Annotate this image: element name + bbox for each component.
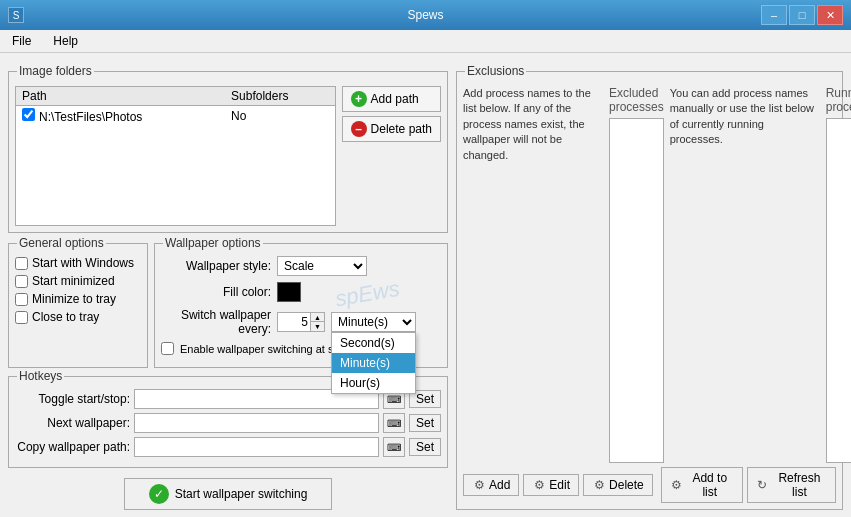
folder-checkbox[interactable] [22, 108, 35, 121]
switch-value-input[interactable] [278, 313, 310, 331]
excluded-processes-list [609, 118, 664, 463]
unit-select-wrapper: Minute(s) Second(s) Hour(s) Second(s) Mi… [331, 312, 416, 332]
copy-path-label: Copy wallpaper path: [15, 440, 130, 454]
start-wallpaper-button[interactable]: ✓ Start wallpaper switching [124, 478, 333, 510]
refresh-list-button[interactable]: ↻ Refresh list [747, 467, 836, 503]
dropdown-item-seconds[interactable]: Second(s) [332, 333, 415, 353]
next-icon-btn[interactable]: ⌨ [383, 413, 405, 433]
enable-switching-checkbox[interactable] [161, 342, 174, 355]
next-set-btn[interactable]: Set [409, 414, 441, 432]
wallpaper-options-label: Wallpaper options [163, 236, 263, 250]
start-minimized-checkbox[interactable] [15, 275, 28, 288]
app-icon: S [8, 7, 24, 23]
wallpaper-style-select[interactable]: Scale Center Tile Stretch Fit Span [277, 256, 367, 276]
copy-path-input[interactable] [134, 437, 379, 457]
exclusions-section: Exclusions Add process names to the list… [456, 71, 843, 510]
general-options-label: General options [17, 236, 106, 250]
wallpaper-options-section: Wallpaper options Wallpaper style: Scale… [154, 243, 448, 368]
minimize-to-tray-label: Minimize to tray [32, 292, 116, 306]
fill-color-label: Fill color: [161, 285, 271, 299]
delete-exclusion-button[interactable]: ⚙ Delete [583, 474, 653, 496]
refresh-icon: ↻ [756, 478, 769, 492]
switch-label: Switch wallpaper every: [161, 308, 271, 336]
start-icon: ✓ [149, 484, 169, 504]
spin-down-button[interactable]: ▼ [310, 322, 324, 331]
spin-up-button[interactable]: ▲ [310, 313, 324, 322]
delete-path-button[interactable]: – Delete path [342, 116, 441, 142]
maximize-button[interactable]: □ [789, 5, 815, 25]
dropdown-item-minutes[interactable]: Minute(s) [332, 353, 415, 373]
close-button[interactable]: ✕ [817, 5, 843, 25]
excluded-processes-label: Excluded processes [609, 86, 664, 114]
fill-color-swatch[interactable] [277, 282, 301, 302]
title-bar: S Spews – □ ✕ [0, 0, 851, 30]
folder-subfolders: No [225, 106, 335, 127]
col-path: Path [16, 87, 225, 106]
exclusions-desc2: You can add process names manually or us… [670, 86, 820, 463]
start-with-windows-checkbox[interactable] [15, 257, 28, 270]
image-folders-section: Image folders Path Subfolders N:\TestFil… [8, 71, 448, 233]
running-processes-label: Running processes [826, 86, 851, 114]
toggle-label: Toggle start/stop: [15, 392, 130, 406]
add-exc-gear-icon: ⚙ [472, 478, 486, 492]
add-exclusion-button[interactable]: ⚙ Add [463, 474, 519, 496]
col-subfolders: Subfolders [225, 87, 335, 106]
unit-dropdown-overlay: Second(s) Minute(s) Hour(s) [331, 332, 416, 394]
minimize-button[interactable]: – [761, 5, 787, 25]
window-title: Spews [407, 8, 443, 22]
delete-icon: – [351, 121, 367, 137]
folders-table-wrapper: Path Subfolders N:\TestFiles\Photos No [15, 86, 336, 226]
copy-set-btn[interactable]: Set [409, 438, 441, 456]
image-folders-label: Image folders [17, 64, 94, 78]
add-icon: + [351, 91, 367, 107]
folder-path: N:\TestFiles\Photos [39, 110, 142, 124]
next-wallpaper-input[interactable] [134, 413, 379, 433]
start-with-windows-label: Start with Windows [32, 256, 134, 270]
minimize-to-tray-checkbox[interactable] [15, 293, 28, 306]
start-label: Start wallpaper switching [175, 487, 308, 501]
exclusions-desc1: Add process names to the list below. If … [463, 86, 603, 463]
exclusions-label: Exclusions [465, 64, 526, 78]
close-to-tray-checkbox[interactable] [15, 311, 28, 324]
unit-select[interactable]: Minute(s) Second(s) Hour(s) [331, 312, 416, 332]
menu-file[interactable]: File [6, 32, 37, 50]
copy-icon-btn[interactable]: ⌨ [383, 437, 405, 457]
delete-exc-gear-icon: ⚙ [592, 478, 606, 492]
dropdown-item-hours[interactable]: Hour(s) [332, 373, 415, 393]
menu-bar: File Help [0, 30, 851, 53]
hotkeys-label: Hotkeys [17, 369, 64, 383]
wallpaper-style-label: Wallpaper style: [161, 259, 271, 273]
edit-exclusion-button[interactable]: ⚙ Edit [523, 474, 579, 496]
menu-help[interactable]: Help [47, 32, 84, 50]
add-list-gear-icon: ⚙ [670, 478, 683, 492]
add-path-button[interactable]: + Add path [342, 86, 441, 112]
start-minimized-label: Start minimized [32, 274, 115, 288]
add-to-list-button[interactable]: ⚙ Add to list [661, 467, 743, 503]
table-row: N:\TestFiles\Photos No [16, 106, 335, 127]
close-to-tray-label: Close to tray [32, 310, 99, 324]
running-processes-list [826, 118, 851, 463]
edit-exc-gear-icon: ⚙ [532, 478, 546, 492]
general-options-section: General options Start with Windows Start… [8, 243, 148, 368]
next-wallpaper-label: Next wallpaper: [15, 416, 130, 430]
